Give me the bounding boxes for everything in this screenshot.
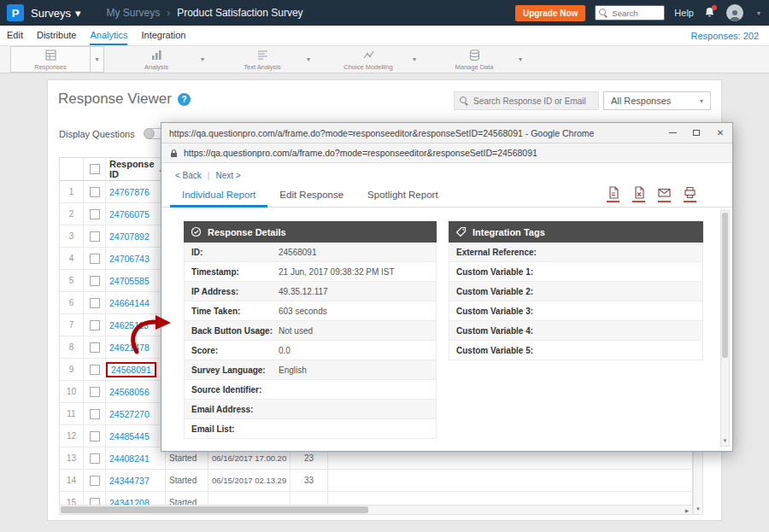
toolbar-choice-modelling-button[interactable]: Choice Modelling	[329, 47, 408, 72]
popup-vertical-scrollbar[interactable]: ▼	[720, 210, 730, 447]
response-id-link[interactable]: 24625113	[109, 320, 149, 330]
window-titlebar[interactable]: https://qa.questionpro.com/a/frame.do?mo…	[161, 123, 732, 143]
tag-label: Custom Variable 5:	[449, 346, 543, 355]
tab-distribute[interactable]: Distribute	[37, 26, 76, 45]
url-text: https://qa.questionpro.com/a/frame.do?mo…	[184, 148, 537, 158]
toolbar-analysis-button[interactable]: Analysis	[117, 47, 196, 72]
breadcrumb-my-surveys[interactable]: My Surveys	[107, 7, 161, 19]
toolbar-choice-modelling-caret[interactable]: ▾	[408, 47, 421, 72]
export-pdf-button[interactable]	[607, 186, 619, 202]
detail-label: Back Button Usage:	[185, 326, 279, 336]
row-checkbox[interactable]	[90, 254, 100, 264]
row-checkbox-cell	[84, 203, 106, 225]
horizontal-scroll-thumb[interactable]	[61, 506, 368, 513]
global-search-box[interactable]	[595, 5, 665, 20]
next-link[interactable]: Next >	[215, 171, 240, 180]
response-id-link[interactable]: 24707892	[109, 231, 150, 242]
row-checkbox[interactable]	[90, 476, 100, 486]
response-id-link[interactable]: 24705585	[109, 276, 150, 286]
response-id-link[interactable]: 24485445	[109, 431, 150, 441]
global-search-input[interactable]	[612, 9, 661, 18]
row-checkbox[interactable]	[90, 320, 100, 330]
select-all-checkbox[interactable]	[90, 164, 100, 174]
pdf-file-icon	[608, 186, 619, 199]
toolbar-text-analysis-caret[interactable]: ▾	[302, 47, 315, 72]
row-checkbox[interactable]	[90, 387, 100, 397]
avatar[interactable]	[726, 4, 743, 21]
response-search-input[interactable]	[473, 96, 593, 106]
response-id-link[interactable]: 24664144	[109, 298, 150, 308]
questionpro-logo[interactable]: P	[7, 4, 24, 21]
tab-edit[interactable]: Edit	[7, 26, 23, 45]
response-id-link[interactable]: 24568056	[109, 387, 150, 397]
response-id-cell: 24664144	[106, 292, 166, 313]
row-checkbox[interactable]	[90, 298, 100, 308]
row-index: 13	[60, 447, 84, 469]
print-report-button[interactable]	[684, 186, 696, 202]
analysis-icon	[150, 49, 163, 61]
minimize-button[interactable]	[660, 123, 684, 143]
tab-edit-response[interactable]: Edit Response	[267, 184, 355, 208]
response-details-header: Response Details	[184, 221, 437, 243]
response-id-link[interactable]: 24527270	[109, 409, 150, 419]
row-checkbox[interactable]	[90, 431, 100, 441]
response-search-box[interactable]	[454, 91, 599, 110]
header-response-id[interactable]: Response ID ▲	[106, 158, 166, 180]
table-horizontal-scrollbar[interactable]: ▶	[59, 505, 693, 515]
response-id-link[interactable]: 24706743	[109, 254, 150, 264]
detail-row: Email Address:	[184, 400, 437, 419]
toolbar-analysis-caret[interactable]: ▾	[196, 47, 209, 72]
detail-label: Time Taken:	[185, 307, 279, 316]
response-id-link[interactable]: 24767876	[109, 187, 150, 197]
row-checkbox-cell	[84, 403, 106, 424]
toolbar-manage-data-button[interactable]: Manage Data	[435, 47, 514, 72]
row-checkbox[interactable]	[90, 276, 100, 286]
maximize-button[interactable]	[684, 123, 708, 143]
notifications-bell-icon[interactable]	[703, 6, 717, 20]
toolbar-manage-data-caret[interactable]: ▾	[514, 47, 527, 72]
toolbar-text-analysis-button[interactable]: Text Analysis	[223, 47, 302, 72]
tag-row: Custom Variable 5:	[449, 341, 703, 360]
back-link[interactable]: < Back	[175, 171, 202, 180]
row-checkbox[interactable]	[90, 209, 100, 219]
detail-row: Timestamp: 21 Jun, 2017 09:38:32 PM IST	[184, 262, 437, 282]
toggle-knob	[144, 128, 155, 139]
detail-value: English	[279, 365, 307, 375]
scroll-right-icon[interactable]: ▶	[682, 506, 692, 514]
row-checkbox[interactable]	[90, 231, 100, 242]
export-excel-button[interactable]	[632, 186, 645, 202]
popup-scroll-thumb[interactable]	[722, 213, 728, 358]
response-id-link[interactable]: 24621478	[109, 342, 150, 353]
help-link[interactable]: Help	[674, 8, 694, 18]
row-checkbox[interactable]	[90, 453, 100, 464]
close-button[interactable]: ✕	[708, 123, 732, 143]
toolbar-responses-caret[interactable]: ▾	[90, 47, 103, 72]
help-question-icon[interactable]: ?	[178, 93, 191, 106]
tab-integration[interactable]: Integration	[141, 26, 185, 45]
row-checkbox[interactable]	[90, 187, 100, 197]
responses-count[interactable]: Responses: 202	[691, 26, 760, 45]
row-checkbox[interactable]	[90, 365, 100, 375]
browser-url-bar[interactable]: https://qa.questionpro.com/a/frame.do?mo…	[161, 143, 732, 163]
row-checkbox[interactable]	[90, 342, 100, 353]
analytics-toolbar: Responses ▾ Analysis ▾ Text Analysis ▾ C…	[0, 45, 769, 73]
popup-scroll-down-icon[interactable]: ▼	[721, 436, 729, 446]
account-chevron-icon[interactable]: ▾	[757, 9, 760, 17]
row-checkbox[interactable]	[90, 409, 100, 419]
scroll-down-icon[interactable]: ▼	[694, 504, 702, 514]
response-id-link[interactable]: 24766075	[109, 209, 150, 219]
response-id-link[interactable]: 24568091	[106, 362, 156, 377]
tab-individual-report[interactable]: Individual Report	[170, 184, 267, 208]
email-report-button[interactable]	[658, 186, 671, 202]
response-id-link[interactable]: 24408241	[109, 453, 150, 464]
toolbar-responses-button[interactable]: Responses	[11, 47, 90, 72]
breadcrumb-current-survey: Product Satisfaction Survey	[177, 7, 302, 19]
response-id-link[interactable]: 24344737	[109, 476, 150, 486]
responses-filter-dropdown[interactable]: All Responses ▾	[603, 91, 711, 110]
product-switcher[interactable]: Surveys ▾	[31, 7, 81, 20]
row-index: 14	[60, 470, 84, 491]
detail-row: Survey Language: English	[184, 360, 437, 380]
upgrade-now-button[interactable]: Upgrade Now	[515, 5, 585, 21]
tab-spotlight-report[interactable]: Spotlight Report	[355, 184, 449, 208]
tab-analytics[interactable]: Analytics	[90, 26, 127, 45]
